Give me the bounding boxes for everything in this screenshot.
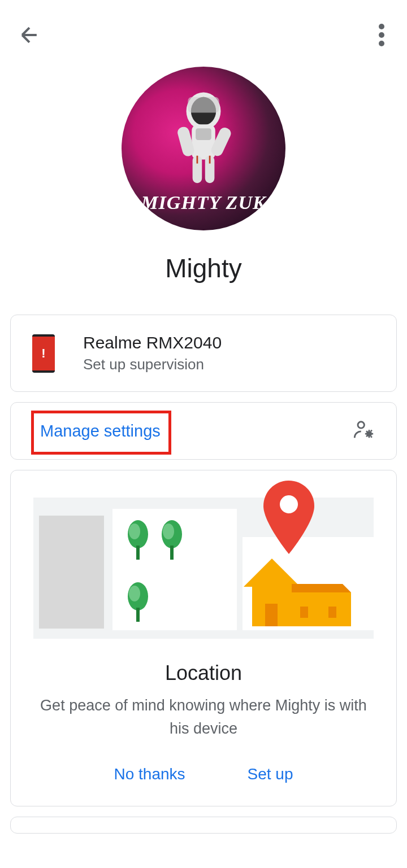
- location-pin-icon: [261, 481, 317, 556]
- location-illustration: [33, 498, 374, 639]
- svg-rect-21: [170, 546, 174, 560]
- svg-marker-25: [244, 559, 300, 587]
- profile-name: Mighty: [165, 253, 241, 283]
- device-name: Realme RMX2040: [83, 333, 222, 352]
- location-title: Location: [33, 661, 374, 685]
- manage-settings-card[interactable]: Manage settings: [10, 402, 397, 460]
- svg-marker-28: [292, 584, 351, 592]
- svg-point-23: [129, 586, 140, 601]
- device-card[interactable]: ! Realme RMX2040 Set up supervision: [10, 315, 397, 392]
- svg-rect-31: [328, 607, 336, 618]
- partial-card: [10, 817, 397, 834]
- astronaut-icon: [164, 89, 243, 191]
- phone-alert-icon: !: [32, 334, 55, 373]
- svg-rect-30: [300, 607, 308, 618]
- person-gear-icon: [352, 420, 375, 442]
- svg-point-0: [379, 24, 384, 29]
- no-thanks-button[interactable]: No thanks: [114, 765, 185, 783]
- svg-point-1: [379, 32, 384, 38]
- tree-icon: [127, 582, 149, 622]
- svg-point-2: [379, 41, 384, 46]
- house-icon: [244, 559, 351, 629]
- tree-icon: [161, 520, 183, 560]
- avatar-text: MIGHTY ZUK: [141, 192, 266, 213]
- device-subtitle: Set up supervision: [83, 356, 222, 373]
- svg-rect-18: [136, 546, 140, 560]
- tree-icon: [127, 520, 149, 560]
- profile-avatar[interactable]: MIGHTY ZUK: [122, 67, 285, 230]
- location-description: Get peace of mind knowing where Mighty i…: [33, 694, 374, 740]
- svg-rect-11: [188, 97, 219, 113]
- back-arrow-icon[interactable]: [17, 23, 42, 50]
- svg-point-20: [163, 524, 174, 539]
- svg-rect-29: [265, 604, 278, 626]
- setup-button[interactable]: Set up: [248, 765, 293, 783]
- svg-rect-24: [136, 608, 140, 622]
- manage-settings-label: Manage settings: [40, 422, 161, 440]
- svg-rect-6: [196, 128, 211, 140]
- svg-point-14: [358, 422, 364, 428]
- location-card: Location Get peace of mind knowing where…: [10, 470, 397, 806]
- more-options-icon[interactable]: [376, 24, 390, 49]
- svg-point-17: [129, 524, 140, 539]
- svg-point-32: [280, 495, 298, 513]
